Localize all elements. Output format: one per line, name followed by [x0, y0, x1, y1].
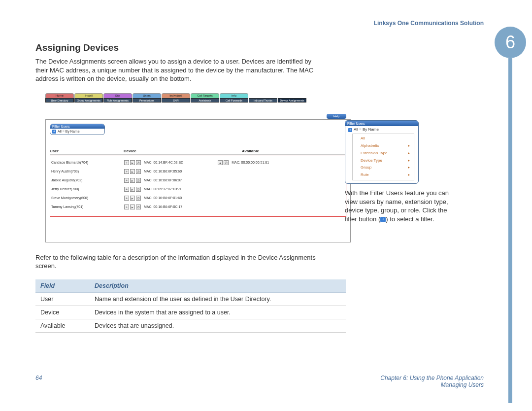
- row-mac: MAC: 00:09:37:02:1D:7F: [144, 187, 182, 191]
- plus-icon[interactable]: +: [124, 187, 129, 192]
- column-headers: User Device Available: [50, 149, 346, 155]
- table-intro: Refer to the following table for a descr…: [35, 253, 316, 271]
- filter-users-expanded: Filter Users + All = By Name All Alphabe…: [345, 120, 419, 184]
- filter-byname: All = By Name: [58, 130, 80, 133]
- top-tabs: Home Install Site Users Individual Call …: [45, 93, 351, 98]
- subtab-inbound[interactable]: Inbound Trunks: [249, 98, 277, 103]
- table-row: Henry Austin(703) +▸✆ MAC: 00:16:B6:6F:0…: [50, 167, 346, 176]
- fields-table: Field Description User Name and extensio…: [35, 279, 346, 333]
- row-controls: + ▸ ✆: [124, 160, 141, 165]
- page-footer: 64 Chapter 6: Using the Phone Applicatio…: [35, 375, 484, 388]
- chevron-right-icon[interactable]: ▸: [130, 169, 135, 174]
- menu-all[interactable]: All: [353, 135, 414, 142]
- section-title: Assigning Devices: [35, 42, 484, 53]
- chapter-bar: [508, 58, 512, 403]
- table-row: User Name and extension of the user as d…: [35, 292, 346, 306]
- filter-header: Filter Users: [50, 124, 104, 129]
- tab-individual[interactable]: Individual: [162, 93, 190, 98]
- filter-users-panel: Filter Users + All = By Name: [50, 124, 105, 135]
- tab-install[interactable]: Install: [74, 93, 103, 98]
- device-rows-highlight: Candace Bismarck(704) + ▸ ✆ MAC: 00:14:B…: [50, 156, 346, 217]
- table-row: Jackie Augusta(702) +▸✆ MAC: 00:16:B6:6F…: [50, 176, 346, 185]
- tab-info[interactable]: Info: [220, 93, 248, 98]
- phone-icon[interactable]: ✆: [224, 160, 229, 165]
- table-row: Jerry Denver(700) +▸✆ MAC: 00:09:37:02:1…: [50, 185, 346, 194]
- menu-group[interactable]: Group▸: [353, 164, 414, 171]
- chevron-right-icon: ▸: [408, 172, 410, 178]
- subtab-permissions[interactable]: Permissions: [133, 98, 161, 103]
- plus-icon[interactable]: +: [124, 160, 129, 165]
- menu-devtype[interactable]: Device Type▸: [353, 157, 414, 165]
- menu-alpha[interactable]: Alphabetic▸: [353, 142, 414, 150]
- chevron-right-icon: ▸: [408, 143, 410, 149]
- page-number: 64: [35, 375, 42, 388]
- chevron-right-icon[interactable]: ▸: [130, 196, 135, 201]
- chevron-left-icon[interactable]: ◂: [218, 160, 223, 165]
- footer-sub: Managing Users: [380, 381, 484, 388]
- menu-role[interactable]: Role▸: [353, 171, 414, 179]
- filter2-header: Filter Users: [345, 121, 418, 126]
- td-desc: Name and extension of the user as define…: [90, 292, 346, 306]
- plus-icon[interactable]: +: [124, 178, 129, 183]
- filter-plus-icon[interactable]: +: [52, 130, 56, 134]
- table-row: Device Devices in the system that are as…: [35, 306, 346, 319]
- td-field: Device: [35, 306, 90, 319]
- row-mac: MAC: 00:16:B6:6F:06:07: [144, 178, 182, 182]
- chapter-badge: 6: [495, 27, 526, 58]
- plus-icon[interactable]: +: [124, 205, 129, 209]
- subtab-assistants[interactable]: Assistants: [191, 98, 219, 103]
- phone-icon[interactable]: ✆: [136, 169, 141, 174]
- filter-body: + All = By Name: [50, 129, 104, 135]
- menu-ext[interactable]: Extension Type▸: [353, 150, 414, 157]
- filter2-byname: All = By Name: [354, 127, 379, 133]
- filter-explanation: With the Filter Users feature you can vi…: [345, 189, 458, 223]
- filter-plus-inline-icon: +: [380, 217, 386, 222]
- device-assignments-screenshot: Home Install Site Users Individual Call …: [45, 93, 351, 242]
- phone-icon[interactable]: ✆: [136, 196, 141, 201]
- row-mac: MAC: 00:16:B6:6F:0C:17: [144, 205, 182, 208]
- row-user: Tammy Lansing(701): [50, 205, 124, 208]
- tab-users[interactable]: Users: [133, 93, 161, 98]
- col-user: User: [50, 149, 124, 153]
- col-available: Available: [242, 149, 346, 153]
- table-row: Tammy Lansing(701) +▸✆ MAC: 00:16:B6:6F:…: [50, 203, 346, 211]
- row-user: Jackie Augusta(702): [50, 178, 124, 182]
- row-mac: MAC: 00:16:B6:6F:01:60: [144, 196, 182, 200]
- subtab-devassign[interactable]: Device Assignments: [278, 98, 306, 103]
- plus-icon[interactable]: +: [124, 169, 129, 174]
- chevron-right-icon[interactable]: ▸: [130, 205, 135, 209]
- row-user: Henry Austin(703): [50, 170, 124, 173]
- chevron-right-icon[interactable]: ▸: [130, 160, 135, 165]
- td-field: Available: [35, 319, 90, 332]
- row-user: Jerry Denver(700): [50, 187, 124, 191]
- table-row: Candace Bismarck(704) + ▸ ✆ MAC: 00:14:B…: [50, 158, 346, 167]
- avail-controls: ◂ ✆: [218, 160, 229, 165]
- subtab-snr[interactable]: SNR: [162, 98, 190, 103]
- subtab-callfwd[interactable]: Call Forwards: [220, 98, 248, 103]
- tab-calltargets[interactable]: Call Targets: [191, 93, 219, 98]
- subtab-groupassign[interactable]: Group Assignments: [74, 98, 103, 103]
- th-description: Description: [90, 279, 346, 293]
- tab-home[interactable]: Home: [45, 93, 74, 98]
- subtab-roleassign[interactable]: Role Assignments: [103, 98, 132, 103]
- phone-icon[interactable]: ✆: [136, 178, 141, 183]
- row-mac: MAC: 00:16:B6:6F:05:60: [144, 170, 182, 173]
- filter-callout: Filter Users + All = By Name All Alphabe…: [345, 120, 458, 223]
- chevron-right-icon[interactable]: ▸: [130, 178, 135, 183]
- sub-tabs: User Directory Group Assignments Role As…: [45, 98, 351, 103]
- chevron-right-icon[interactable]: ▸: [130, 187, 135, 192]
- filter-plus-icon[interactable]: +: [348, 128, 352, 132]
- subtab-userdir[interactable]: User Directory: [45, 98, 74, 103]
- table-row: Available Devices that are unassigned.: [35, 319, 346, 332]
- available-mac: MAC: 00:00:00:00:51:81: [232, 161, 269, 164]
- chevron-right-icon: ▸: [408, 165, 410, 171]
- phone-icon[interactable]: ✆: [136, 205, 141, 209]
- footer-chapter: Chapter 6: Using the Phone Application: [380, 375, 484, 381]
- tab-site[interactable]: Site: [103, 93, 132, 98]
- phone-icon[interactable]: ✆: [136, 187, 141, 192]
- help-button[interactable]: Help: [327, 114, 346, 119]
- chevron-right-icon: ▸: [408, 158, 410, 164]
- shot-body: Help Filter Users + All = By Name User D…: [45, 119, 351, 242]
- phone-icon[interactable]: ✆: [136, 160, 141, 165]
- plus-icon[interactable]: +: [124, 196, 129, 201]
